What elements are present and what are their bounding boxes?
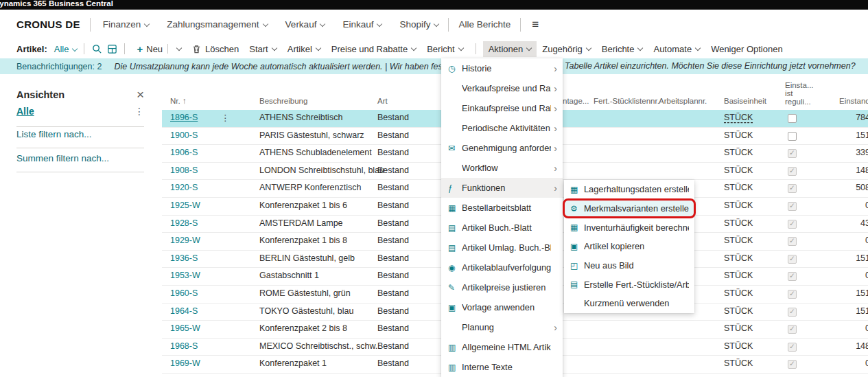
- item-no-link[interactable]: 1908-S: [170, 165, 218, 175]
- cost-regulated-cell[interactable]: [788, 343, 797, 354]
- menu-item[interactable]: Periodische Aktivitäten ›: [441, 118, 563, 138]
- submenu-item[interactable]: Kurzmenü verwenden: [564, 294, 694, 313]
- command-menu[interactable]: Bericht: [421, 41, 468, 57]
- menu-item[interactable]: ✎ Artikelpreise justieren ›: [441, 277, 563, 297]
- cost-regulated-cell[interactable]: [788, 237, 797, 248]
- item-no-link[interactable]: 1964-S: [170, 306, 218, 316]
- nav-item[interactable]: Verkauf: [285, 19, 325, 30]
- menu-item[interactable]: ◉ Artikelablaufverfolgung ›: [441, 258, 563, 277]
- checkbox[interactable]: [788, 184, 797, 193]
- item-no-link[interactable]: 1965-W: [170, 323, 218, 333]
- menu-item[interactable]: ƒ Funktionen ›: [441, 178, 563, 198]
- nav-item[interactable]: Shopify: [399, 19, 438, 30]
- cost-regulated-cell[interactable]: [788, 272, 797, 283]
- column-header-cost-regulated[interactable]: Einsta...istreguli...: [785, 81, 814, 106]
- nav-item[interactable]: Finanzen: [103, 19, 150, 30]
- cost-regulated-cell[interactable]: [788, 149, 797, 160]
- delete-button[interactable]: Löschen: [186, 41, 244, 57]
- checkbox[interactable]: [788, 290, 797, 299]
- item-no-link[interactable]: 1928-S: [170, 218, 218, 228]
- checkbox[interactable]: [788, 308, 797, 317]
- column-header-description[interactable]: Beschreibung: [259, 97, 307, 105]
- action-menu[interactable]: Aktionen: [483, 41, 537, 57]
- cost-regulated-cell[interactable]: [788, 202, 797, 213]
- cost-regulated-cell[interactable]: [788, 167, 797, 178]
- column-header-unit-cost[interactable]: Einstandsp: [839, 97, 868, 105]
- submenu-item[interactable]: ▦ Inventurhäufigkeit berechnen: [564, 218, 694, 237]
- menu-item[interactable]: ▣ Vorlage anwenden ›: [441, 297, 563, 317]
- search-icon[interactable]: [91, 43, 102, 54]
- column-header-base-unit[interactable]: Basiseinheit: [724, 97, 766, 105]
- checkbox[interactable]: [788, 149, 797, 158]
- cost-regulated-cell[interactable]: [788, 132, 797, 143]
- close-icon[interactable]: ×: [137, 88, 144, 101]
- menu-item[interactable]: Workflow ›: [441, 158, 563, 178]
- submenu-item[interactable]: ◰ Neu aus Bild: [564, 256, 694, 275]
- item-no-link[interactable]: 1906-S: [170, 148, 218, 157]
- column-header-assembly[interactable]: ntage...: [563, 97, 589, 105]
- action-menu[interactable]: Berichte: [596, 41, 648, 57]
- item-no-link[interactable]: 1969-W: [170, 358, 218, 368]
- checkbox[interactable]: [788, 114, 797, 123]
- column-header-nr[interactable]: Nr. ↑: [170, 97, 187, 105]
- view-all-link[interactable]: Alle: [16, 106, 34, 117]
- cost-regulated-cell[interactable]: [788, 184, 797, 195]
- item-no-link[interactable]: 1968-S: [170, 341, 218, 351]
- menu-item[interactable]: ▥ Allgemeine HTML Artikeltexte ›: [441, 337, 563, 357]
- fewer-options-button[interactable]: Weniger Optionen: [705, 41, 788, 57]
- filter-totals-link[interactable]: Summen filtern nach...: [16, 153, 144, 172]
- item-no-link[interactable]: 1929-W: [170, 236, 218, 245]
- column-header-prod-bom[interactable]: Fert.-Stücklistennr.: [594, 97, 659, 105]
- checkbox[interactable]: [788, 202, 797, 211]
- item-no-link[interactable]: 1960-S: [170, 288, 218, 298]
- command-menu[interactable]: Preise und Rabatte: [326, 41, 421, 57]
- column-header-type[interactable]: Art: [377, 97, 388, 105]
- checkbox[interactable]: [788, 220, 797, 229]
- nav-item-all-reports[interactable]: Alle Berichte: [458, 19, 511, 30]
- analyze-icon[interactable]: [106, 43, 117, 54]
- checkbox[interactable]: [788, 343, 797, 352]
- action-menu[interactable]: Automate: [648, 41, 705, 57]
- menu-item[interactable]: ✉ Genehmigung anfordern ›: [441, 138, 563, 158]
- notification-count[interactable]: Benachrichtigungen: 2: [16, 62, 102, 71]
- item-no-link[interactable]: 1896-S: [170, 113, 218, 122]
- view-filter-dropdown[interactable]: Alle: [54, 44, 78, 54]
- cost-regulated-cell[interactable]: [788, 325, 797, 336]
- checkbox[interactable]: [788, 237, 797, 246]
- item-no-link[interactable]: 1953-W: [170, 271, 218, 280]
- submenu-item[interactable]: ▤ Erstelle Fert.-Stückliste/Arbeitsplan: [564, 275, 694, 294]
- item-no-link[interactable]: 1936-S: [170, 253, 218, 263]
- more-options-icon[interactable]: ⋮: [134, 106, 144, 117]
- filter-list-link[interactable]: Liste filtern nach...: [16, 129, 144, 148]
- menu-item[interactable]: Verkaufspreise und Rabatte ›: [441, 78, 563, 98]
- command-menu[interactable]: Start: [244, 41, 281, 57]
- action-menu[interactable]: Zugehörig: [537, 41, 596, 57]
- checkbox[interactable]: [788, 167, 797, 176]
- submenu-item[interactable]: ⚙ Merkmalsvarianten erstellen: [564, 199, 694, 218]
- cost-regulated-cell[interactable]: [788, 360, 797, 371]
- checkbox[interactable]: [788, 255, 797, 264]
- command-menu[interactable]: Artikel: [282, 41, 326, 57]
- nav-item[interactable]: Zahlungsmanagement: [167, 19, 267, 30]
- item-no-link[interactable]: 1920-S: [170, 183, 218, 192]
- menu-item[interactable]: ◷ Historie ›: [441, 58, 563, 78]
- checkbox[interactable]: [788, 132, 797, 141]
- menu-item[interactable]: ▤ Artikel Umlag. Buch.-Blatt ›: [441, 238, 563, 258]
- item-no-link[interactable]: 1925-W: [170, 201, 218, 210]
- row-more-options-icon[interactable]: ⋮: [221, 113, 230, 123]
- checkbox[interactable]: [788, 360, 797, 369]
- cost-regulated-cell[interactable]: [788, 220, 797, 231]
- nav-item[interactable]: Einkauf: [342, 19, 382, 30]
- cost-regulated-cell[interactable]: [788, 290, 797, 301]
- checkbox[interactable]: [788, 272, 797, 281]
- menu-item[interactable]: ▤ Artikel Buch.-Blatt ›: [441, 218, 563, 238]
- menu-item[interactable]: ▥ Interne Texte ›: [441, 357, 563, 377]
- new-button[interactable]: +Neu: [132, 41, 186, 58]
- checkbox[interactable]: [788, 325, 797, 334]
- submenu-item[interactable]: ▣ Artikel kopieren: [564, 237, 694, 256]
- company-name[interactable]: CRONUS DE: [16, 19, 80, 30]
- cost-regulated-cell[interactable]: [788, 308, 797, 319]
- column-header-routing[interactable]: Arbeitsplannr.: [659, 97, 707, 105]
- cost-regulated-cell[interactable]: [788, 255, 797, 266]
- menu-item[interactable]: ▦ Bestellarbeitsblatt ›: [441, 198, 563, 218]
